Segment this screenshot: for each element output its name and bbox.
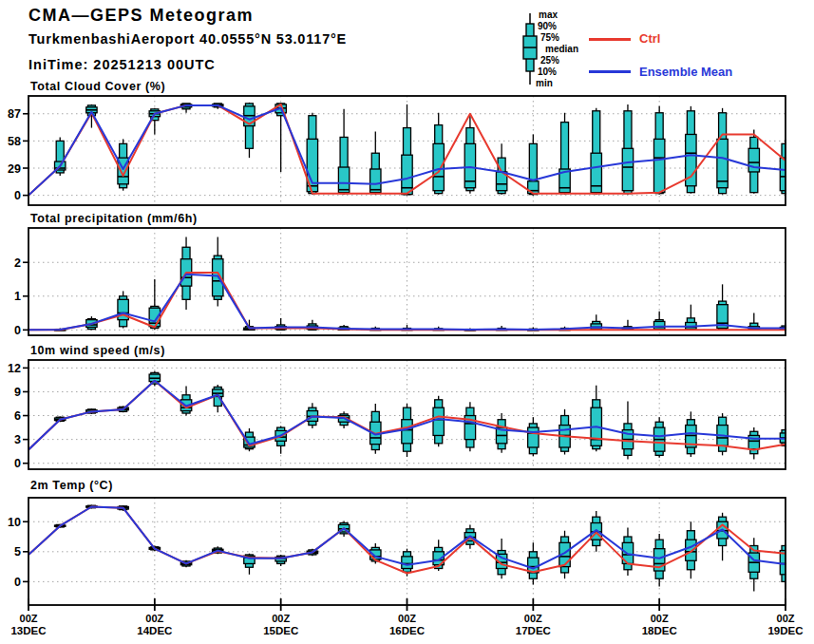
ensemble-box (653, 417, 664, 458)
box-25-75 (653, 139, 664, 192)
ensemble-box (686, 106, 696, 194)
x-tick-label-hour: 00Z (524, 613, 542, 624)
x-tick-label-hour: 00Z (777, 613, 795, 624)
y-tick-label: 2 (14, 256, 21, 270)
ensemble-box (653, 106, 664, 195)
y-tick-label: 6 (14, 409, 21, 423)
ensemble-boxes (55, 237, 791, 331)
y-axis-total-precipitation: 012 (14, 256, 786, 337)
ensemble-box (528, 417, 539, 456)
y-tick-label: 0 (14, 189, 21, 202)
ensemble-box (275, 426, 286, 453)
ensemble-box (717, 108, 728, 195)
ensemble-box (180, 387, 191, 416)
y-tick-label: 1 (14, 290, 21, 303)
ensemble-box (748, 427, 759, 459)
panel-total-precipitation: 012 (14, 228, 791, 337)
meteogram-chart: 0295887012036912051000Z13DEC00Z14DEC00Z1… (0, 0, 814, 644)
ensemble-box (559, 113, 570, 195)
panel-wind-speed-10m: 036912 (8, 360, 791, 470)
ensemble-box (591, 386, 601, 451)
y-tick-label: 58 (8, 135, 21, 148)
ensemble-box (213, 385, 223, 412)
y-tick-label: 5 (14, 545, 21, 559)
panel-total-cloud-cover: 0295887 (8, 96, 791, 205)
ensemble-box (686, 521, 696, 578)
ensemble-box (244, 103, 255, 158)
ensemble-box (622, 401, 633, 459)
x-tick-label-hour: 00Z (651, 613, 669, 624)
y-axis-temp-2m: 0510 (8, 516, 786, 589)
ensemble-box (275, 555, 286, 566)
ensemble-box (717, 284, 728, 330)
x-tick-label-date: 15DEC (263, 625, 298, 636)
ensemble-box (496, 413, 506, 453)
y-tick-label: 12 (8, 362, 21, 375)
x-tick-label-date: 18DEC (642, 625, 677, 636)
box-25-75 (528, 427, 539, 447)
x-tick-label-date: 13DEC (10, 625, 46, 636)
x-tick-label-hour: 00Z (398, 613, 416, 624)
ensemble-box (464, 402, 475, 451)
ensemble-box (528, 542, 539, 584)
ensemble-box (402, 104, 412, 196)
meteogram-page: CMA—GEPS Meteogram TurkmenbashiAeroport … (0, 0, 814, 644)
ensemble-box (464, 114, 475, 194)
ensemble-box (653, 534, 664, 587)
x-tick-label-date: 16DEC (389, 625, 425, 636)
ensemble-box (496, 143, 506, 194)
y-tick-label: 0 (14, 324, 21, 337)
ensemble-box (370, 404, 381, 454)
box-25-75 (686, 540, 696, 560)
x-tick-label-date: 19DEC (767, 625, 803, 636)
box-25-75 (433, 143, 444, 190)
box-25-75 (433, 407, 444, 435)
y-tick-label: 0 (14, 457, 21, 470)
x-tick-label-hour: 00Z (272, 613, 290, 624)
x-tick-label-hour: 00Z (20, 613, 38, 624)
ensemble-box (591, 108, 601, 195)
ensemble-box (118, 139, 128, 190)
box-25-75 (622, 148, 633, 190)
y-tick-label: 3 (14, 433, 21, 446)
box-25-75 (338, 167, 349, 193)
ensemble-box (528, 134, 539, 195)
y-axis-wind-speed-10m: 036912 (8, 362, 786, 470)
ensemble-box (748, 538, 759, 591)
y-tick-label: 87 (8, 107, 21, 121)
ensemble-boxes (55, 505, 791, 592)
ensemble-box (433, 396, 444, 447)
y-tick-label: 0 (14, 576, 21, 589)
x-tick-label-date: 14DEC (137, 625, 172, 636)
x-tick-label-hour: 00Z (145, 613, 163, 624)
ensemble-box (622, 104, 633, 195)
y-tick-label: 10 (8, 516, 21, 529)
ensemble-box (717, 513, 728, 561)
ensemble-box (559, 409, 570, 455)
box-25-75 (402, 420, 412, 444)
box-25-75 (402, 557, 412, 569)
ensemble-box (433, 113, 444, 195)
y-tick-label: 29 (8, 162, 21, 176)
x-tick-label-date: 17DEC (516, 625, 551, 636)
box-25-75 (653, 321, 664, 329)
ensemble-box (118, 291, 128, 328)
y-tick-label: 9 (14, 386, 21, 399)
ensemble-box (338, 109, 349, 195)
ensemble-box (86, 104, 97, 128)
panel-temp-2m: 0510 (8, 498, 791, 605)
x-axis: 00Z13DEC00Z14DEC00Z15DEC00Z16DEC00Z17DEC… (10, 598, 803, 636)
ensemble-box (748, 130, 759, 194)
